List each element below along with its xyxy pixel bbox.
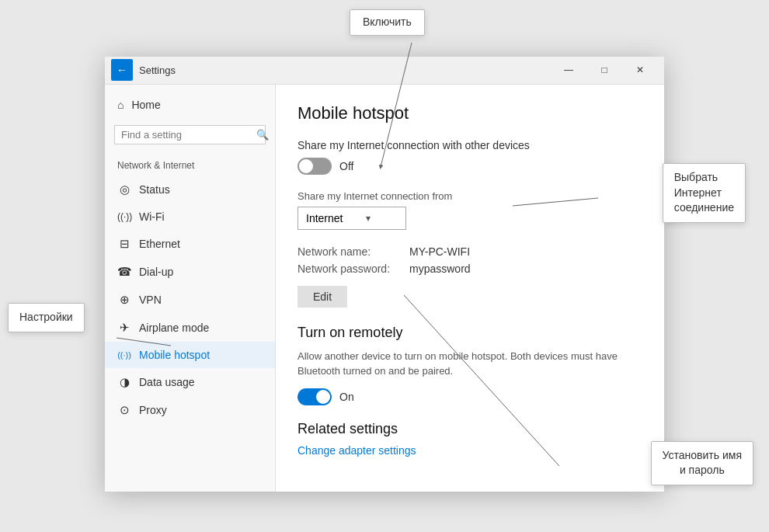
- back-button[interactable]: ←: [111, 59, 133, 81]
- related-settings-link[interactable]: Change adapter settings: [298, 444, 416, 457]
- sidebar-item-ethernet[interactable]: ⊟ Ethernet: [105, 230, 275, 258]
- dropdown-value: Internet: [306, 212, 343, 224]
- remote-toggle[interactable]: [298, 388, 332, 405]
- share-from-label: Share my Internet connection from: [298, 190, 642, 202]
- sidebar-item-hotspot[interactable]: ((·)) Mobile hotspot: [105, 342, 275, 368]
- sidebar-item-vpn[interactable]: ⊕ VPN: [105, 286, 275, 314]
- callout-set-credentials: Установить имяи пароль: [651, 441, 753, 485]
- close-button[interactable]: ✕: [622, 56, 658, 84]
- data-icon: ◑: [117, 375, 131, 389]
- remote-toggle-row: On: [298, 388, 642, 405]
- sidebar-item-airplane[interactable]: ✈ Airplane mode: [105, 314, 275, 342]
- window-controls: — □ ✕: [551, 56, 658, 84]
- remote-body: Allow another device to turn on mobile h…: [298, 349, 642, 379]
- network-password-value: mypassword: [409, 263, 642, 275]
- network-info-grid: Network name: MY-PC-WIFI Network passwor…: [298, 245, 642, 275]
- sidebar-item-dialup[interactable]: ☎ Dial-up: [105, 258, 275, 286]
- connection-dropdown[interactable]: Internet ▾: [298, 207, 406, 230]
- home-icon: ⌂: [117, 99, 124, 111]
- titlebar: ← Settings — □ ✕: [105, 57, 664, 85]
- window-title: Settings: [139, 64, 551, 76]
- sidebar-item-data-usage[interactable]: ◑ Data usage: [105, 368, 275, 396]
- vpn-icon: ⊕: [117, 293, 131, 307]
- hotspot-icon: ((·)): [117, 350, 131, 360]
- sidebar-item-home[interactable]: ⌂ Home: [105, 91, 275, 119]
- sidebar-section-label: Network & Internet: [105, 151, 275, 176]
- search-icon: 🔍: [256, 129, 269, 141]
- share-description: Share my Internet connection with other …: [298, 139, 642, 151]
- remote-toggle-label: On: [339, 391, 354, 403]
- main-toggle-label: Off: [339, 160, 353, 172]
- sidebar: ⌂ Home 🔍 Network & Internet ◎ Status ((·…: [105, 85, 276, 492]
- dropdown-row: Internet ▾: [298, 207, 642, 230]
- maximize-button[interactable]: □: [586, 56, 622, 84]
- main-layout: ⌂ Home 🔍 Network & Internet ◎ Status ((·…: [105, 85, 664, 492]
- chevron-down-icon: ▾: [366, 213, 371, 224]
- settings-window: ← Settings — □ ✕ ⌂ Home 🔍 Network & Inte…: [105, 57, 664, 492]
- callout-select-connection: ВыбратьИнтернетсоединение: [663, 163, 746, 223]
- wifi-icon: ((·)): [117, 211, 131, 222]
- status-icon: ◎: [117, 183, 131, 196]
- callout-enable: Включить: [350, 9, 425, 36]
- sidebar-item-wifi[interactable]: ((·)) Wi-Fi: [105, 203, 275, 230]
- network-name-label: Network name:: [298, 245, 406, 258]
- network-name-value: MY-PC-WIFI: [409, 245, 642, 258]
- related-heading: Related settings: [298, 421, 642, 437]
- main-toggle[interactable]: [298, 158, 332, 175]
- minimize-button[interactable]: —: [551, 56, 586, 84]
- page-title: Mobile hotspot: [298, 103, 642, 123]
- callout-settings: Настройки: [8, 303, 85, 332]
- search-box[interactable]: 🔍: [114, 125, 266, 144]
- proxy-icon: ⊙: [117, 403, 131, 417]
- search-input[interactable]: [121, 129, 252, 141]
- main-toggle-row: Off: [298, 158, 642, 175]
- sidebar-item-proxy[interactable]: ⊙ Proxy: [105, 396, 275, 424]
- network-password-label: Network password:: [298, 263, 406, 275]
- edit-button[interactable]: Edit: [298, 286, 347, 308]
- dialup-icon: ☎: [117, 265, 131, 279]
- remote-heading: Turn on remotely: [298, 325, 642, 341]
- content-area: Mobile hotspot Share my Internet connect…: [276, 85, 664, 492]
- sidebar-item-status[interactable]: ◎ Status: [105, 176, 275, 203]
- ethernet-icon: ⊟: [117, 237, 131, 251]
- airplane-icon: ✈: [117, 321, 131, 335]
